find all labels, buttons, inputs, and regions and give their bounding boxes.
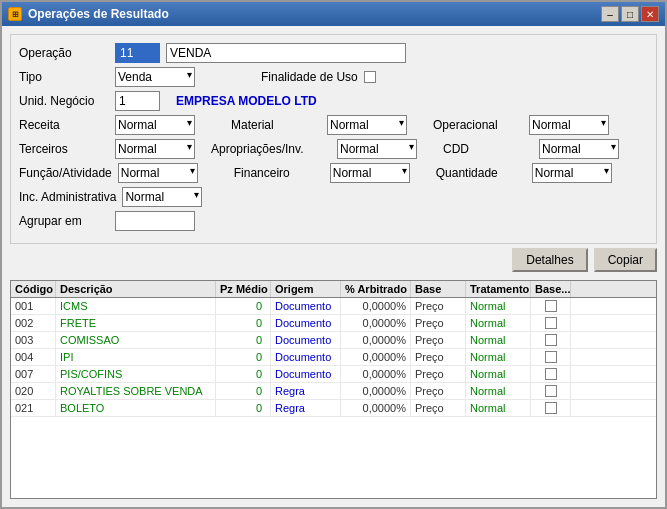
grid-section: Código Descrição Pz Médio Origem % Arbit… xyxy=(10,280,657,499)
cell-base: Preço xyxy=(411,298,466,314)
row-checkbox[interactable] xyxy=(545,385,557,397)
row-checkbox[interactable] xyxy=(545,317,557,329)
window-icon: ⊞ xyxy=(8,7,22,21)
financeiro-select[interactable]: Normal xyxy=(330,163,410,183)
row-checkbox[interactable] xyxy=(545,402,557,414)
agrupar-input[interactable] xyxy=(115,211,195,231)
finalidade-checkbox[interactable] xyxy=(364,71,376,83)
cell-codigo: 004 xyxy=(11,349,56,365)
cell-arbitrado: 0,0000% xyxy=(341,315,411,331)
col-origem: Origem xyxy=(271,281,341,297)
cell-arbitrado: 0,0000% xyxy=(341,400,411,416)
tipo-row: Tipo Venda Finalidade de Uso xyxy=(19,67,648,87)
cell-origem: Regra xyxy=(271,383,341,399)
cell-base: Preço xyxy=(411,383,466,399)
col-arbitrado: % Arbitrado xyxy=(341,281,411,297)
material-select[interactable]: Normal xyxy=(327,115,407,135)
row-checkbox[interactable] xyxy=(545,334,557,346)
cell-descricao: COMISSAO xyxy=(56,332,216,348)
cell-arbitrado: 0,0000% xyxy=(341,383,411,399)
table-row[interactable]: 020 ROYALTIES SOBRE VENDA 0 Regra 0,0000… xyxy=(11,383,656,400)
operacao-row: Operação xyxy=(19,43,648,63)
main-window: ⊞ Operações de Resultado – □ ✕ Operação … xyxy=(0,0,667,509)
form-section: Operação Tipo Venda Finalidade de Uso Un… xyxy=(10,34,657,244)
minimize-button[interactable]: – xyxy=(601,6,619,22)
cell-origem: Documento xyxy=(271,332,341,348)
operacao-input[interactable] xyxy=(115,43,160,63)
cdd-select[interactable]: Normal xyxy=(539,139,619,159)
cell-origem: Documento xyxy=(271,298,341,314)
cell-arbitrado: 0,0000% xyxy=(341,332,411,348)
cell-check xyxy=(531,349,571,365)
inc-admin-select[interactable]: Normal xyxy=(122,187,202,207)
table-row[interactable]: 004 IPI 0 Documento 0,0000% Preço Normal xyxy=(11,349,656,366)
tipo-select[interactable]: Venda xyxy=(115,67,195,87)
unid-row: Unid. Negócio EMPRESA MODELO LTD xyxy=(19,91,648,111)
receita-select[interactable]: Normal xyxy=(115,115,195,135)
cell-base: Preço xyxy=(411,349,466,365)
cell-check xyxy=(531,366,571,382)
apropriacao-select[interactable]: Normal xyxy=(337,139,417,159)
cell-codigo: 001 xyxy=(11,298,56,314)
financeiro-select-wrapper: Normal xyxy=(330,163,410,183)
cell-tratamento: Normal xyxy=(466,332,531,348)
detalhes-button[interactable]: Detalhes xyxy=(512,248,587,272)
table-row[interactable]: 001 ICMS 0 Documento 0,0000% Preço Norma… xyxy=(11,298,656,315)
cell-pzmedio: 0 xyxy=(216,315,271,331)
cell-arbitrado: 0,0000% xyxy=(341,349,411,365)
inc-admin-row: Inc. Administrativa Normal xyxy=(19,187,648,207)
cell-check xyxy=(531,315,571,331)
tipo-select-wrapper: Venda xyxy=(115,67,195,87)
cell-descricao: IPI xyxy=(56,349,216,365)
operacional-select-wrapper: Normal xyxy=(529,115,609,135)
title-bar: ⊞ Operações de Resultado – □ ✕ xyxy=(2,2,665,26)
cell-pzmedio: 0 xyxy=(216,400,271,416)
col-codigo: Código xyxy=(11,281,56,297)
table-row[interactable]: 003 COMISSAO 0 Documento 0,0000% Preço N… xyxy=(11,332,656,349)
financeiro-label: Financeiro xyxy=(234,166,324,180)
row-checkbox[interactable] xyxy=(545,351,557,363)
col-pzmedio: Pz Médio xyxy=(216,281,271,297)
table-row[interactable]: 021 BOLETO 0 Regra 0,0000% Preço Normal xyxy=(11,400,656,417)
cell-pzmedio: 0 xyxy=(216,383,271,399)
receita-row: Receita Normal Material Normal Operacion… xyxy=(19,115,648,135)
table-row[interactable]: 002 FRETE 0 Documento 0,0000% Preço Norm… xyxy=(11,315,656,332)
cell-pzmedio: 0 xyxy=(216,366,271,382)
quantidade-label: Quantidade xyxy=(436,166,526,180)
cell-tratamento: Normal xyxy=(466,383,531,399)
table-row[interactable]: 007 PIS/COFINS 0 Documento 0,0000% Preço… xyxy=(11,366,656,383)
row-checkbox[interactable] xyxy=(545,300,557,312)
funcao-select[interactable]: Normal xyxy=(118,163,198,183)
cell-pzmedio: 0 xyxy=(216,349,271,365)
col-descricao: Descrição xyxy=(56,281,216,297)
button-row: Detalhes Copiar xyxy=(10,248,657,272)
cell-tratamento: Normal xyxy=(466,298,531,314)
inc-admin-label: Inc. Administrativa xyxy=(19,190,116,204)
quantidade-select[interactable]: Normal xyxy=(532,163,612,183)
cell-base: Preço xyxy=(411,400,466,416)
terceiros-select[interactable]: Normal xyxy=(115,139,195,159)
operacao-desc-input[interactable] xyxy=(166,43,406,63)
material-label: Material xyxy=(231,118,321,132)
cell-descricao: ICMS xyxy=(56,298,216,314)
close-button[interactable]: ✕ xyxy=(641,6,659,22)
operacional-select[interactable]: Normal xyxy=(529,115,609,135)
cell-check xyxy=(531,332,571,348)
grid-body: 001 ICMS 0 Documento 0,0000% Preço Norma… xyxy=(11,298,656,498)
grid-header: Código Descrição Pz Médio Origem % Arbit… xyxy=(11,281,656,298)
unid-input[interactable] xyxy=(115,91,160,111)
cell-origem: Documento xyxy=(271,366,341,382)
maximize-button[interactable]: □ xyxy=(621,6,639,22)
row-checkbox[interactable] xyxy=(545,368,557,380)
cell-base: Preço xyxy=(411,332,466,348)
cell-base: Preço xyxy=(411,366,466,382)
cell-check xyxy=(531,383,571,399)
cell-tratamento: Normal xyxy=(466,315,531,331)
operacao-label: Operação xyxy=(19,46,109,60)
tipo-label: Tipo xyxy=(19,70,109,84)
funcao-row: Função/Atividade Normal Financeiro Norma… xyxy=(19,163,648,183)
cell-tratamento: Normal xyxy=(466,349,531,365)
cell-tratamento: Normal xyxy=(466,400,531,416)
copiar-button[interactable]: Copiar xyxy=(594,248,657,272)
receita-select-wrapper: Normal xyxy=(115,115,195,135)
